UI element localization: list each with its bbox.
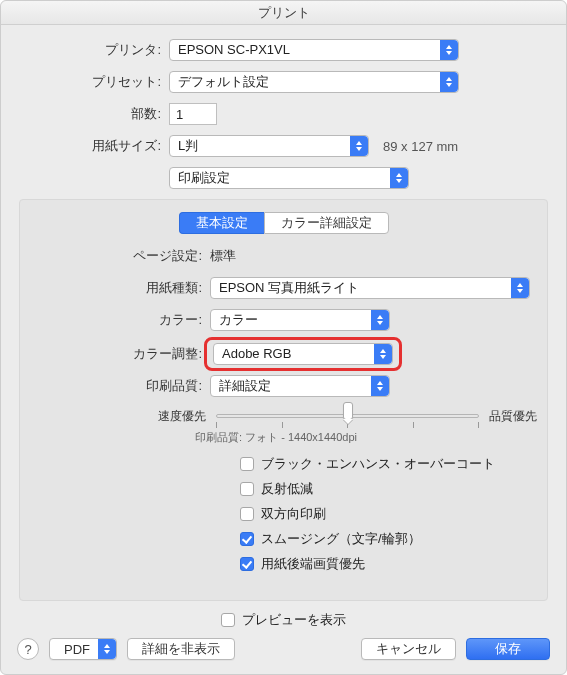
copies-value: 1	[176, 107, 183, 122]
row-print-quality: 印刷品質: 詳細設定	[30, 374, 537, 398]
check-row: 用紙後端画質優先	[240, 555, 537, 573]
check-row: ブラック・エンハンス・オーバーコート	[240, 455, 537, 473]
pdf-menu-button[interactable]: PDF	[49, 638, 117, 660]
print-quality-value: 詳細設定	[219, 376, 271, 396]
pdf-label: PDF	[64, 642, 90, 657]
checkbox[interactable]	[240, 557, 254, 571]
dialog-content: プリンタ: EPSON SC-PX1VL プリセット: デフォルト設定 部数: …	[1, 25, 566, 628]
save-button[interactable]: 保存	[466, 638, 550, 660]
checkbox-label: ブラック・エンハンス・オーバーコート	[261, 455, 495, 473]
checkbox[interactable]	[240, 532, 254, 546]
color-value: カラー	[219, 310, 258, 330]
quality-info-label: 印刷品質:	[195, 431, 242, 443]
slider-thumb[interactable]	[343, 402, 353, 420]
help-button[interactable]: ?	[17, 638, 39, 660]
preset-value: デフォルト設定	[178, 72, 269, 92]
media-type-select[interactable]: EPSON 写真用紙ライト	[210, 277, 530, 299]
printer-label: プリンタ:	[19, 41, 169, 59]
dialog-title-text: プリント	[258, 5, 310, 20]
preset-select[interactable]: デフォルト設定	[169, 71, 459, 93]
check-row: 双方向印刷	[240, 505, 537, 523]
printer-select[interactable]: EPSON SC-PX1VL	[169, 39, 459, 61]
updown-icon	[511, 278, 529, 298]
tab-color-detail[interactable]: カラー詳細設定	[264, 212, 389, 234]
print-settings-panel: 基本設定 カラー詳細設定 ページ設定: 標準 用紙種類: EPSON 写真用紙ラ…	[19, 199, 548, 601]
print-dialog: プリント プリンタ: EPSON SC-PX1VL プリセット: デフォルト設定…	[0, 0, 567, 675]
quality-info: 印刷品質: フォト - 1440x1440dpi	[30, 430, 537, 445]
checkbox[interactable]	[240, 507, 254, 521]
checkbox-label: 双方向印刷	[261, 505, 326, 523]
media-type-value: EPSON 写真用紙ライト	[219, 278, 359, 298]
print-quality-select[interactable]: 詳細設定	[210, 375, 390, 397]
row-section: 印刷設定	[19, 167, 548, 189]
check-row: スムージング（文字/輪郭）	[240, 530, 537, 548]
updown-icon	[440, 72, 458, 92]
slider-right-label: 品質優先	[489, 408, 537, 425]
updown-icon	[390, 168, 408, 188]
preview-checkbox[interactable]	[221, 613, 235, 627]
media-type-label: 用紙種類:	[30, 279, 210, 297]
slider-left-label: 速度優先	[158, 408, 206, 425]
row-color-adjust: カラー調整: Adobe RGB	[30, 340, 537, 368]
quality-info-value: フォト - 1440x1440dpi	[245, 431, 357, 443]
color-label: カラー:	[30, 311, 210, 329]
save-label: 保存	[495, 640, 521, 658]
updown-icon	[350, 136, 368, 156]
tab-basic-label: 基本設定	[196, 215, 248, 230]
paper-size-label: 用紙サイズ:	[19, 137, 169, 155]
color-adjust-label: カラー調整:	[30, 345, 210, 363]
help-icon: ?	[24, 642, 31, 657]
dialog-title: プリント	[1, 1, 566, 25]
hide-details-label: 詳細を非表示	[142, 640, 220, 658]
updown-icon	[374, 344, 392, 364]
section-value: 印刷設定	[178, 168, 230, 188]
hide-details-button[interactable]: 詳細を非表示	[127, 638, 235, 660]
updown-icon	[440, 40, 458, 60]
copies-input[interactable]: 1	[169, 103, 217, 125]
color-adjust-value: Adobe RGB	[222, 344, 291, 364]
preview-label: プレビューを表示	[242, 611, 346, 628]
tab-color-detail-label: カラー詳細設定	[281, 215, 372, 230]
print-quality-label: 印刷品質:	[30, 377, 210, 395]
row-preview: プレビューを表示	[19, 611, 548, 628]
preset-label: プリセット:	[19, 73, 169, 91]
paper-size-dimensions: 89 x 127 mm	[383, 139, 458, 154]
color-select[interactable]: カラー	[210, 309, 390, 331]
quality-slider[interactable]	[216, 406, 479, 426]
row-printer: プリンタ: EPSON SC-PX1VL	[19, 39, 548, 61]
row-color: カラー: カラー	[30, 308, 537, 332]
settings-tabs: 基本設定 カラー詳細設定	[30, 212, 537, 234]
printer-value: EPSON SC-PX1VL	[178, 40, 290, 60]
cancel-label: キャンセル	[376, 640, 441, 658]
page-settings-value: 標準	[210, 247, 236, 265]
row-page-settings: ページ設定: 標準	[30, 244, 537, 268]
checkbox-label: スムージング（文字/輪郭）	[261, 530, 421, 548]
row-copies: 部数: 1	[19, 103, 548, 125]
checkbox[interactable]	[240, 482, 254, 496]
page-settings-label: ページ設定:	[30, 247, 210, 265]
updown-icon	[98, 639, 116, 659]
check-row: 反射低減	[240, 480, 537, 498]
paper-size-select[interactable]: L判	[169, 135, 369, 157]
checkbox-label: 用紙後端画質優先	[261, 555, 365, 573]
updown-icon	[371, 376, 389, 396]
row-media-type: 用紙種類: EPSON 写真用紙ライト	[30, 276, 537, 300]
option-checkboxes: ブラック・エンハンス・オーバーコート反射低減双方向印刷スムージング（文字/輪郭）…	[30, 455, 537, 573]
paper-size-value: L判	[178, 136, 198, 156]
color-adjust-select[interactable]: Adobe RGB	[213, 343, 393, 365]
cancel-button[interactable]: キャンセル	[361, 638, 456, 660]
row-paper-size: 用紙サイズ: L判 89 x 127 mm	[19, 135, 548, 157]
dialog-footer: ? PDF 詳細を非表示 キャンセル 保存	[1, 628, 566, 674]
checkbox[interactable]	[240, 457, 254, 471]
copies-label: 部数:	[19, 105, 169, 123]
section-select[interactable]: 印刷設定	[169, 167, 409, 189]
checkbox-label: 反射低減	[261, 480, 313, 498]
tab-basic[interactable]: 基本設定	[179, 212, 264, 234]
updown-icon	[371, 310, 389, 330]
row-quality-slider: 速度優先 品質優先	[30, 406, 537, 426]
row-preset: プリセット: デフォルト設定	[19, 71, 548, 93]
color-adjust-highlight: Adobe RGB	[204, 337, 402, 371]
